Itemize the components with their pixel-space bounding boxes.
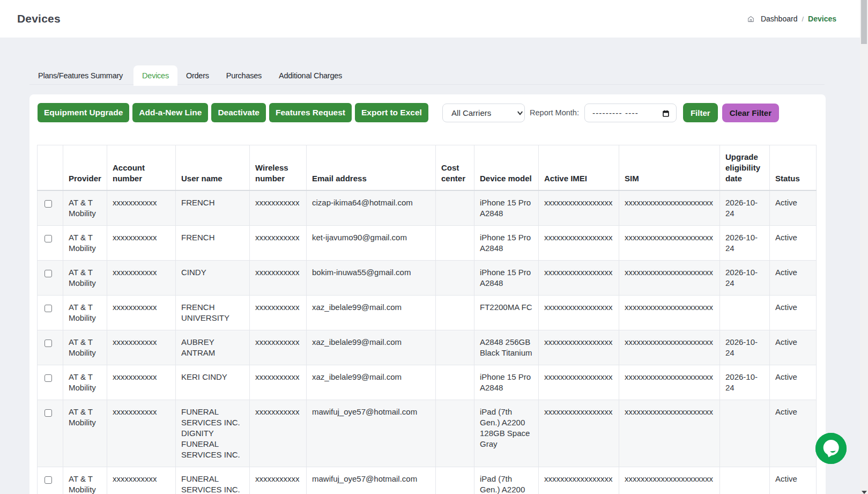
cell-account: xxxxxxxxxxx	[107, 226, 176, 261]
cell-sim: xxxxxxxxxxxxxxxxxxxxxx	[619, 296, 720, 330]
vertical-scrollbar[interactable]	[860, 0, 868, 494]
cell-email: mawifuj_oye57@hotmail.com	[307, 400, 436, 467]
equipment-upgrade-button[interactable]: Equipment Upgrade	[38, 103, 129, 122]
tab-bar: Plans/Features SummaryDevicesOrdersPurch…	[29, 65, 825, 85]
row-checkbox[interactable]	[44, 305, 52, 312]
carrier-select[interactable]: All Carriers	[442, 104, 525, 122]
date-placeholder-text: --------- ----	[592, 108, 639, 117]
cell-sim: xxxxxxxxxxxxxxxxxxxxxx	[619, 467, 720, 494]
column-header: Cost center	[436, 145, 474, 191]
cell-upgrade-date: 2026-10-24	[720, 330, 770, 365]
row-checkbox[interactable]	[44, 235, 52, 242]
cell-imei: xxxxxxxxxxxxxxxxx	[539, 226, 619, 261]
tab-devices[interactable]: Devices	[133, 65, 177, 86]
add-a-new-line-button[interactable]: Add-a-New Line	[132, 103, 208, 122]
filter-button[interactable]: Filter	[683, 103, 718, 122]
cell-upgrade-date: 2026-10-24	[720, 365, 770, 400]
cell-provider: AT & T Mobility	[63, 365, 107, 400]
cell-wireless: xxxxxxxxxxx	[250, 365, 307, 400]
cell-imei: xxxxxxxxxxxxxxxxx	[539, 330, 619, 365]
cell-status: Active	[770, 330, 817, 365]
cell-device: iPad (7th Gen.) A2200 128GB Space Gray	[474, 467, 539, 494]
row-checkbox-cell	[38, 296, 63, 330]
cell-wireless: xxxxxxxxxxx	[250, 190, 307, 226]
table-row: AT & T MobilityxxxxxxxxxxxFRENCHxxxxxxxx…	[38, 190, 817, 226]
cell-provider: AT & T Mobility	[63, 261, 107, 296]
cell-provider: AT & T Mobility	[63, 226, 107, 261]
cell-email: xaz_ibelale99@mail.com	[307, 365, 436, 400]
breadcrumb-dashboard[interactable]: Dashboard	[761, 14, 798, 23]
cell-sim: xxxxxxxxxxxxxxxxxxxxxx	[619, 330, 720, 365]
scrollbar-thumb[interactable]	[861, 0, 867, 44]
column-header	[38, 145, 63, 191]
tab-additional-charges[interactable]: Additional Charges	[270, 65, 351, 86]
cell-cost-center	[436, 467, 474, 494]
report-month-input[interactable]: --------- ----	[584, 104, 677, 122]
row-checkbox-cell	[38, 400, 63, 467]
column-header: Account number	[107, 145, 176, 191]
cell-provider: AT & T Mobility	[63, 330, 107, 365]
toolbar: Equipment Upgrade Add-a-New Line Deactiv…	[38, 103, 779, 122]
cell-imei: xxxxxxxxxxxxxxxxx	[539, 467, 619, 494]
cell-provider: AT & T Mobility	[63, 296, 107, 330]
cell-device: iPhone 15 Pro A2848	[474, 365, 539, 400]
cell-user: FRENCH	[176, 190, 250, 226]
cell-email: ket-ijavumo90@gmail.com	[307, 226, 436, 261]
calendar-icon[interactable]	[663, 110, 669, 117]
cell-status: Active	[770, 296, 817, 330]
cell-status: Active	[770, 365, 817, 400]
cell-status: Active	[770, 190, 817, 226]
cell-email: xaz_ibelale99@mail.com	[307, 296, 436, 330]
column-header: User name	[176, 145, 250, 191]
row-checkbox-cell	[38, 226, 63, 261]
page-title: Devices	[17, 12, 61, 25]
cell-wireless: xxxxxxxxxxx	[250, 296, 307, 330]
row-checkbox-cell	[38, 467, 63, 494]
row-checkbox[interactable]	[44, 340, 52, 347]
scrollbar-down-arrow-icon[interactable]	[862, 491, 867, 494]
chat-launcher[interactable]	[815, 433, 847, 464]
carrier-select-wrap: All Carriers	[442, 104, 525, 122]
cell-cost-center	[436, 330, 474, 365]
cell-wireless: xxxxxxxxxxx	[250, 330, 307, 365]
cell-account: xxxxxxxxxxx	[107, 190, 176, 226]
row-checkbox[interactable]	[44, 374, 52, 382]
content-card: Equipment Upgrade Add-a-New Line Deactiv…	[29, 94, 826, 494]
report-month-label: Report Month:	[530, 108, 579, 117]
deactivate-button[interactable]: Deactivate	[211, 103, 266, 122]
row-checkbox[interactable]	[44, 409, 52, 417]
cell-device: iPhone 15 Pro A2848	[474, 190, 539, 226]
cell-wireless: xxxxxxxxxxx	[250, 261, 307, 296]
table-row: AT & T MobilityxxxxxxxxxxxKERI CINDYxxxx…	[38, 365, 817, 400]
cell-upgrade-date: 2026-10-24	[720, 261, 770, 296]
column-header: Email address	[307, 145, 436, 191]
cell-email: cizap-ikima64@hotmail.com	[307, 190, 436, 226]
tab-plans-features-summary[interactable]: Plans/Features Summary	[29, 65, 131, 86]
cell-user: KERI CINDY	[176, 365, 250, 400]
row-checkbox[interactable]	[44, 476, 52, 484]
cell-cost-center	[436, 365, 474, 400]
export-to-excel-button[interactable]: Export to Excel	[355, 103, 428, 122]
cell-account: xxxxxxxxxxx	[107, 365, 176, 400]
features-request-button[interactable]: Features Request	[269, 103, 352, 122]
cell-status: Active	[770, 400, 817, 467]
page-header: Devices Dashboard / Devices	[0, 0, 860, 38]
row-checkbox[interactable]	[44, 200, 52, 208]
cell-imei: xxxxxxxxxxxxxxxxx	[539, 400, 619, 467]
cell-user: FUNERAL SERVICES INC. DIGNITY FUNERAL SE…	[176, 467, 250, 494]
table-row: AT & T MobilityxxxxxxxxxxxCINDYxxxxxxxxx…	[38, 261, 817, 296]
cell-user: FUNERAL SERVICES INC. DIGNITY FUNERAL SE…	[176, 400, 250, 467]
clear-filter-button[interactable]: Clear Filter	[722, 104, 779, 122]
home-icon[interactable]	[747, 16, 754, 23]
tab-orders[interactable]: Orders	[177, 65, 218, 86]
row-checkbox[interactable]	[44, 270, 52, 277]
cell-status: Active	[770, 226, 817, 261]
table-row: AT & T MobilityxxxxxxxxxxxFRENCHxxxxxxxx…	[38, 226, 817, 261]
tab-purchases[interactable]: Purchases	[218, 65, 270, 86]
cell-account: xxxxxxxxxxx	[107, 400, 176, 467]
cell-sim: xxxxxxxxxxxxxxxxxxxxxx	[619, 400, 720, 467]
cell-device: FT2200MA FC	[474, 296, 539, 330]
cell-provider: AT & T Mobility	[63, 190, 107, 226]
cell-account: xxxxxxxxxxx	[107, 330, 176, 365]
breadcrumb-current[interactable]: Devices	[808, 14, 836, 23]
